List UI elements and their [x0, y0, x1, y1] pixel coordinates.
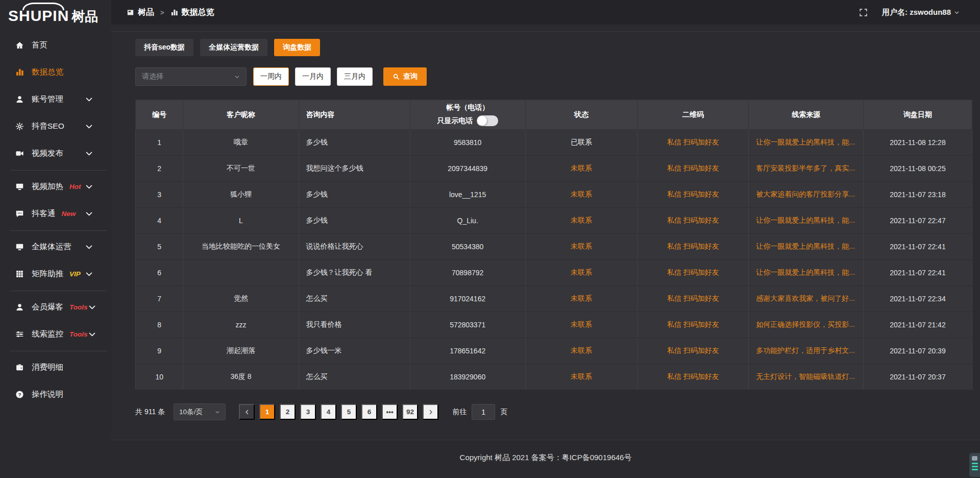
filter-select[interactable]: 请选择: [135, 67, 247, 86]
goto-suffix-label: 页: [500, 408, 507, 417]
cell-qr[interactable]: 私信 扫码加好友: [638, 208, 749, 234]
breadcrumb-current[interactable]: 数据总览: [170, 7, 214, 18]
username[interactable]: 用户名: zswodun88: [882, 8, 951, 17]
cell-date: 2021-11-07 20:39: [863, 338, 972, 364]
table-body: 1哦章多少钱9583810已联系私信 扫码加好友让你一眼就爱上的黑科技，能...…: [136, 130, 972, 390]
cell-qr[interactable]: 私信 扫码加好友: [638, 234, 749, 260]
content: 抖音seo数据全媒体运营数据询盘数据 请选择 一周内一月内三月内 查询 编号客户…: [111, 32, 980, 478]
sidebar-nav: 首页数据总览账号管理抖音SEO视频发布视频加热Hot抖客通New全媒体运营矩阵助…: [0, 29, 111, 408]
page-button-2[interactable]: 2: [280, 404, 296, 420]
cell-qr[interactable]: 私信 扫码加好友: [638, 286, 749, 312]
page-button-6[interactable]: 6: [361, 404, 377, 420]
sidebar-item-badge: Tools: [69, 330, 88, 338]
page-button-4[interactable]: 4: [321, 404, 336, 420]
sidebar-item-omnimedia-operation[interactable]: 全媒体运营: [0, 233, 111, 260]
chevron-down-icon: [88, 330, 96, 339]
sidebar-item-home[interactable]: 首页: [0, 32, 111, 59]
cell-no: 7: [136, 286, 183, 312]
cell-nickname: 觉然: [183, 286, 299, 312]
table-row: 3狐小狸多少钱love__1215未联系私信 扫码加好友被大家追着问的客厅投影分…: [136, 182, 972, 208]
sidebar-item-matrix-boost[interactable]: 矩阵助推VIP: [0, 260, 111, 288]
page-button-5[interactable]: 5: [341, 404, 357, 420]
cell-source[interactable]: 如何正确选择投影仪，买投影...: [749, 312, 864, 338]
cell-status: 未联系: [525, 156, 638, 182]
cell-qr[interactable]: 私信 扫码加好友: [638, 338, 749, 364]
table-row: 2不可一世我想问这个多少钱2097344839未联系私信 扫码加好友客厅安装投影…: [136, 156, 972, 182]
cell-account: 70898792: [410, 260, 525, 286]
cell-qr[interactable]: 私信 扫码加好友: [638, 312, 749, 338]
bar-chart-icon: [170, 9, 178, 16]
sidebar-item-clue-monitor[interactable]: 线索监控Tools: [0, 321, 111, 348]
logo[interactable]: SHUPIN 树品: [0, 0, 111, 29]
cell-source[interactable]: 让你一眼就爱上的黑科技，能...: [749, 260, 864, 286]
sidebar-item-doukertong[interactable]: 抖客通New: [0, 200, 111, 227]
page-ellipsis-button[interactable]: •••: [382, 404, 398, 420]
table-row: 7觉然怎么买917024162未联系私信 扫码加好友感谢大家喜欢我家，被问了好.…: [136, 286, 972, 312]
page-button-1[interactable]: 1: [259, 404, 275, 420]
sidebar-item-douyin-seo[interactable]: 抖音SEO: [0, 113, 111, 140]
page-button-92[interactable]: 92: [402, 404, 418, 420]
breadcrumb: 树品 > 数据总览: [127, 7, 214, 18]
sidebar-item-account-management[interactable]: 账号管理: [0, 86, 111, 113]
sidebar-item-video-heat[interactable]: 视频加热Hot: [0, 173, 111, 200]
cell-source[interactable]: 客厅安装投影半年多了，真实...: [749, 156, 864, 182]
cell-source[interactable]: 让你一眼就爱上的黑科技，能...: [749, 234, 864, 260]
cell-qr[interactable]: 私信 扫码加好友: [638, 130, 749, 156]
cell-source[interactable]: 被大家追着问的客厅投影分享...: [749, 182, 864, 208]
phone-only-toggle[interactable]: [477, 115, 498, 126]
tab-omnimedia-data[interactable]: 全媒体运营数据: [200, 39, 267, 56]
cell-qr[interactable]: 私信 扫码加好友: [638, 156, 749, 182]
cell-qr[interactable]: 私信 扫码加好友: [638, 364, 749, 390]
cell-date: 2021-11-08 12:28: [863, 130, 972, 156]
column-header-nickname: 客户昵称: [183, 100, 299, 130]
next-page-button[interactable]: [423, 404, 438, 420]
fullscreen-icon[interactable]: [859, 8, 868, 17]
cell-no: 4: [136, 208, 183, 234]
cell-date: 2021-11-07 22:47: [863, 208, 972, 234]
range-button-one-month[interactable]: 一月内: [295, 67, 331, 86]
search-button[interactable]: 查询: [383, 67, 427, 86]
sidebar-item-member-baoke[interactable]: 会员爆客Tools: [0, 294, 111, 321]
cell-qr[interactable]: 私信 扫码加好友: [638, 260, 749, 286]
range-button-one-week[interactable]: 一周内: [253, 67, 289, 86]
user-menu-chevron-down-icon[interactable]: [954, 10, 960, 15]
tab-douyin-seo-data[interactable]: 抖音seo数据: [135, 39, 193, 56]
sidebar-item-label: 抖客通: [32, 208, 56, 219]
table-row: 6多少钱？让我死心 看70898792未联系私信 扫码加好友让你一眼就爱上的黑科…: [136, 260, 972, 286]
cell-source[interactable]: 感谢大家喜欢我家，被问了好...: [749, 286, 864, 312]
cell-source[interactable]: 无主灯设计，智能磁吸轨道灯...: [749, 364, 864, 390]
cell-source[interactable]: 让你一眼就爱上的黑科技，能...: [749, 130, 864, 156]
sidebar-item-label: 消费明细: [32, 362, 63, 373]
cell-no: 1: [136, 130, 183, 156]
cell-content: 怎么买: [299, 364, 410, 390]
sidebar: SHUPIN 树品 首页数据总览账号管理抖音SEO视频发布视频加热Hot抖客通N…: [0, 0, 111, 478]
cell-qr[interactable]: 私信 扫码加好友: [638, 182, 749, 208]
cell-source[interactable]: 多功能护栏灯，适用于乡村文...: [749, 338, 864, 364]
cell-content: 我只看价格: [299, 312, 410, 338]
page-size-select[interactable]: 10条/页: [174, 403, 226, 420]
page-button-3[interactable]: 3: [300, 404, 316, 420]
prev-page-button[interactable]: [239, 404, 255, 420]
search-icon: [393, 73, 400, 80]
breadcrumb-home[interactable]: 树品: [127, 7, 154, 18]
chevron-down-icon: [88, 303, 96, 312]
range-button-three-months[interactable]: 三月内: [337, 67, 373, 86]
sidebar-item-data-overview[interactable]: 数据总览: [0, 59, 111, 86]
floating-widget[interactable]: [969, 453, 980, 477]
column-header-content: 咨询内容: [299, 100, 410, 130]
sidebar-item-consumption-detail[interactable]: 消费明细: [0, 354, 111, 381]
video-icon: [15, 149, 24, 158]
cell-status: 未联系: [525, 364, 638, 390]
question-circle-icon: ?: [15, 390, 24, 399]
sidebar-item-badge: Hot: [69, 183, 81, 190]
sidebar-item-operation-guide[interactable]: ?操作说明: [0, 381, 111, 408]
goto-page-input[interactable]: [472, 404, 495, 420]
sidebar-divider: [10, 230, 107, 231]
tab-inquiry-data[interactable]: 询盘数据: [274, 39, 320, 56]
cell-source[interactable]: 让你一眼就爱上的黑科技，能...: [749, 208, 864, 234]
sidebar-item-label: 首页: [32, 40, 47, 51]
floating-widget-line: [972, 463, 978, 464]
sidebar-item-video-publish[interactable]: 视频发布: [0, 140, 111, 167]
monitor-icon: [15, 243, 24, 251]
column-header-status: 状态: [525, 100, 638, 130]
